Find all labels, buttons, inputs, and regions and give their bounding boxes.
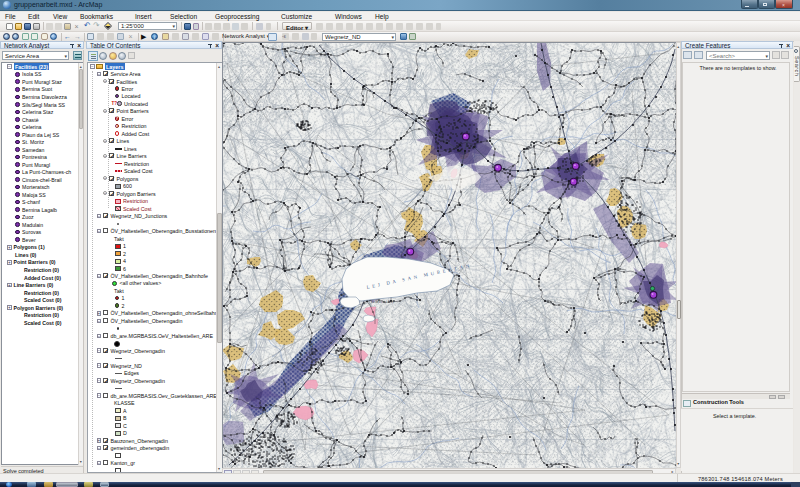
svg-text:St.Moritz Bad: St.Moritz Bad: [371, 300, 394, 304]
